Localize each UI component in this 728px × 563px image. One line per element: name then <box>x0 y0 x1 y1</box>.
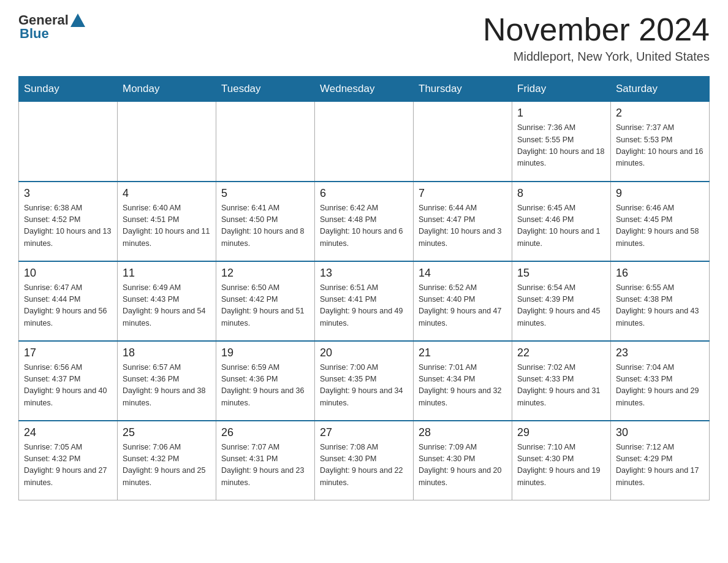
day-number: 17 <box>24 347 112 359</box>
day-info: Sunrise: 7:08 AMSunset: 4:30 PMDaylight:… <box>320 442 408 489</box>
day-info: Sunrise: 7:07 AMSunset: 4:31 PMDaylight:… <box>221 442 309 489</box>
day-number: 15 <box>517 267 605 280</box>
day-number: 28 <box>419 426 507 439</box>
calendar-cell: 23Sunrise: 7:04 AMSunset: 4:33 PMDayligh… <box>611 341 710 421</box>
day-info: Sunrise: 7:00 AMSunset: 4:35 PMDaylight:… <box>320 362 408 410</box>
day-number: 18 <box>123 347 211 359</box>
calendar-cell: 24Sunrise: 7:05 AMSunset: 4:32 PMDayligh… <box>19 421 118 500</box>
day-number: 4 <box>123 187 211 200</box>
day-number: 16 <box>616 267 704 280</box>
day-info: Sunrise: 6:52 AMSunset: 4:40 PMDaylight:… <box>419 282 507 330</box>
day-number: 25 <box>123 426 211 439</box>
calendar-cell: 25Sunrise: 7:06 AMSunset: 4:32 PMDayligh… <box>118 421 216 500</box>
day-number: 30 <box>616 426 704 439</box>
day-number: 2 <box>616 107 704 120</box>
calendar-cell: 20Sunrise: 7:00 AMSunset: 4:35 PMDayligh… <box>315 341 414 421</box>
calendar-cell: 26Sunrise: 7:07 AMSunset: 4:31 PMDayligh… <box>216 421 315 500</box>
calendar-cell: 22Sunrise: 7:02 AMSunset: 4:33 PMDayligh… <box>512 341 611 421</box>
logo: General Blue <box>18 12 85 42</box>
day-number: 27 <box>320 426 408 439</box>
day-info: Sunrise: 6:55 AMSunset: 4:38 PMDaylight:… <box>616 282 704 330</box>
calendar-cell: 14Sunrise: 6:52 AMSunset: 4:40 PMDayligh… <box>414 261 512 341</box>
col-monday: Monday <box>118 77 216 102</box>
calendar-cell: 10Sunrise: 6:47 AMSunset: 4:44 PMDayligh… <box>19 261 118 341</box>
day-number: 24 <box>24 426 112 439</box>
day-info: Sunrise: 6:44 AMSunset: 4:47 PMDaylight:… <box>419 202 507 250</box>
day-number: 29 <box>517 426 605 439</box>
calendar-cell <box>118 102 216 182</box>
calendar-cell: 13Sunrise: 6:51 AMSunset: 4:41 PMDayligh… <box>315 261 414 341</box>
day-number: 5 <box>221 187 309 200</box>
day-number: 21 <box>419 347 507 359</box>
calendar-cell: 16Sunrise: 6:55 AMSunset: 4:38 PMDayligh… <box>611 261 710 341</box>
day-info: Sunrise: 7:37 AMSunset: 5:53 PMDaylight:… <box>616 122 704 170</box>
calendar-table: Sunday Monday Tuesday Wednesday Thursday… <box>18 76 710 500</box>
calendar-week-row: 10Sunrise: 6:47 AMSunset: 4:44 PMDayligh… <box>19 261 710 341</box>
day-info: Sunrise: 6:54 AMSunset: 4:39 PMDaylight:… <box>517 282 605 330</box>
day-info: Sunrise: 7:36 AMSunset: 5:55 PMDaylight:… <box>517 122 605 170</box>
day-info: Sunrise: 7:09 AMSunset: 4:30 PMDaylight:… <box>419 442 507 489</box>
day-info: Sunrise: 6:40 AMSunset: 4:51 PMDaylight:… <box>123 202 211 250</box>
day-number: 3 <box>24 187 112 200</box>
col-wednesday: Wednesday <box>315 77 414 102</box>
calendar-cell <box>414 102 512 182</box>
day-info: Sunrise: 7:12 AMSunset: 4:29 PMDaylight:… <box>616 442 704 489</box>
calendar-cell <box>315 102 414 182</box>
calendar-week-row: 1Sunrise: 7:36 AMSunset: 5:55 PMDaylight… <box>19 102 710 182</box>
calendar-cell <box>216 102 315 182</box>
calendar-week-row: 3Sunrise: 6:38 AMSunset: 4:52 PMDaylight… <box>19 182 710 261</box>
calendar-cell: 17Sunrise: 6:56 AMSunset: 4:37 PMDayligh… <box>19 341 118 421</box>
day-info: Sunrise: 6:56 AMSunset: 4:37 PMDaylight:… <box>24 362 112 410</box>
day-info: Sunrise: 6:59 AMSunset: 4:36 PMDaylight:… <box>221 362 309 410</box>
calendar-cell: 21Sunrise: 7:01 AMSunset: 4:34 PMDayligh… <box>414 341 512 421</box>
calendar-cell: 29Sunrise: 7:10 AMSunset: 4:30 PMDayligh… <box>512 421 611 500</box>
calendar-cell: 18Sunrise: 6:57 AMSunset: 4:36 PMDayligh… <box>118 341 216 421</box>
day-number: 6 <box>320 187 408 200</box>
day-number: 12 <box>221 267 309 280</box>
day-number: 20 <box>320 347 408 359</box>
calendar-cell: 19Sunrise: 6:59 AMSunset: 4:36 PMDayligh… <box>216 341 315 421</box>
calendar-cell: 27Sunrise: 7:08 AMSunset: 4:30 PMDayligh… <box>315 421 414 500</box>
calendar-cell: 30Sunrise: 7:12 AMSunset: 4:29 PMDayligh… <box>611 421 710 500</box>
day-number: 22 <box>517 347 605 359</box>
day-number: 7 <box>419 187 507 200</box>
page-header: General Blue November 2024 Middleport, N… <box>18 12 710 64</box>
location-subtitle: Middleport, New York, United States <box>483 50 710 64</box>
day-number: 9 <box>616 187 704 200</box>
calendar-cell: 4Sunrise: 6:40 AMSunset: 4:51 PMDaylight… <box>118 182 216 261</box>
day-number: 26 <box>221 426 309 439</box>
day-info: Sunrise: 6:42 AMSunset: 4:48 PMDaylight:… <box>320 202 408 250</box>
day-number: 14 <box>419 267 507 280</box>
day-info: Sunrise: 6:57 AMSunset: 4:36 PMDaylight:… <box>123 362 211 410</box>
day-info: Sunrise: 7:04 AMSunset: 4:33 PMDaylight:… <box>616 362 704 410</box>
calendar-cell: 15Sunrise: 6:54 AMSunset: 4:39 PMDayligh… <box>512 261 611 341</box>
calendar-cell: 12Sunrise: 6:50 AMSunset: 4:42 PMDayligh… <box>216 261 315 341</box>
day-info: Sunrise: 6:45 AMSunset: 4:46 PMDaylight:… <box>517 202 605 250</box>
day-info: Sunrise: 6:38 AMSunset: 4:52 PMDaylight:… <box>24 202 112 250</box>
day-info: Sunrise: 6:47 AMSunset: 4:44 PMDaylight:… <box>24 282 112 330</box>
col-saturday: Saturday <box>611 77 710 102</box>
day-info: Sunrise: 7:06 AMSunset: 4:32 PMDaylight:… <box>123 442 211 489</box>
day-info: Sunrise: 6:46 AMSunset: 4:45 PMDaylight:… <box>616 202 704 250</box>
calendar-cell: 2Sunrise: 7:37 AMSunset: 5:53 PMDaylight… <box>611 102 710 182</box>
calendar-week-row: 17Sunrise: 6:56 AMSunset: 4:37 PMDayligh… <box>19 341 710 421</box>
day-number: 8 <box>517 187 605 200</box>
day-number: 10 <box>24 267 112 280</box>
calendar-cell <box>19 102 118 182</box>
month-title: November 2024 <box>483 12 710 47</box>
day-info: Sunrise: 7:02 AMSunset: 4:33 PMDaylight:… <box>517 362 605 410</box>
day-info: Sunrise: 7:10 AMSunset: 4:30 PMDaylight:… <box>517 442 605 489</box>
calendar-cell: 1Sunrise: 7:36 AMSunset: 5:55 PMDaylight… <box>512 102 611 182</box>
day-number: 13 <box>320 267 408 280</box>
logo-blue-text: Blue <box>20 26 49 42</box>
day-info: Sunrise: 6:51 AMSunset: 4:41 PMDaylight:… <box>320 282 408 330</box>
day-info: Sunrise: 6:50 AMSunset: 4:42 PMDaylight:… <box>221 282 309 330</box>
calendar-week-row: 24Sunrise: 7:05 AMSunset: 4:32 PMDayligh… <box>19 421 710 500</box>
day-info: Sunrise: 7:05 AMSunset: 4:32 PMDaylight:… <box>24 442 112 489</box>
logo-triangle-icon <box>70 13 85 27</box>
calendar-cell: 9Sunrise: 6:46 AMSunset: 4:45 PMDaylight… <box>611 182 710 261</box>
calendar-cell: 11Sunrise: 6:49 AMSunset: 4:43 PMDayligh… <box>118 261 216 341</box>
day-info: Sunrise: 6:41 AMSunset: 4:50 PMDaylight:… <box>221 202 309 250</box>
calendar-cell: 5Sunrise: 6:41 AMSunset: 4:50 PMDaylight… <box>216 182 315 261</box>
col-sunday: Sunday <box>19 77 118 102</box>
